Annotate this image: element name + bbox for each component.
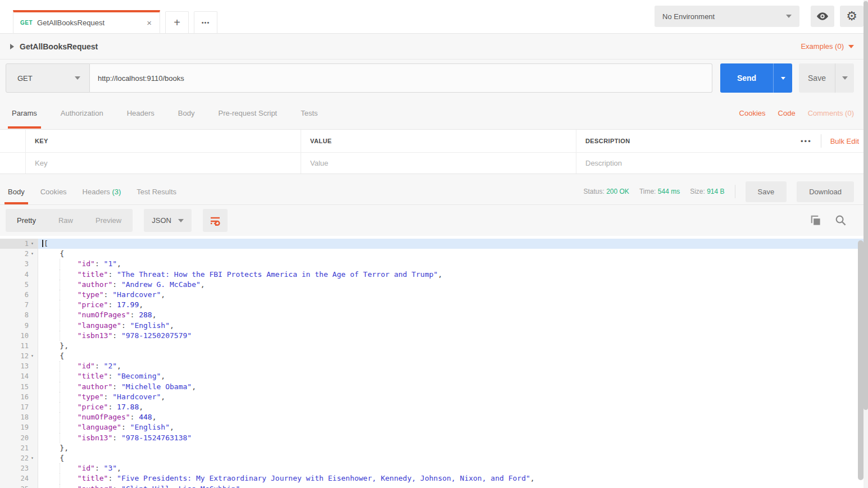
code-line: 23 "id": "3",: [0, 463, 868, 473]
code-text: "author": "Michelle Obama",: [38, 382, 868, 392]
tab-body[interactable]: Body: [166, 98, 207, 129]
gear-icon: ⚙: [846, 10, 857, 22]
tab-authorization[interactable]: Authorization: [49, 98, 115, 129]
code-text: {: [38, 249, 868, 259]
tab-title: GetAllBooksRequest: [37, 19, 146, 27]
description-column-header: DESCRIPTION ••• Bulk Edit: [576, 130, 868, 152]
search-icon: [835, 215, 847, 226]
param-description-input[interactable]: [585, 159, 859, 167]
params-options-icon[interactable]: •••: [801, 137, 812, 145]
save-request-button[interactable]: Save: [799, 63, 835, 93]
comments-link[interactable]: Comments (0): [808, 109, 854, 117]
text-cursor: [42, 240, 43, 247]
code-link[interactable]: Code: [778, 109, 796, 117]
view-mode-pretty[interactable]: Pretty: [6, 209, 47, 232]
environment-cluster: No Environment ⚙: [655, 6, 868, 33]
response-tab-body[interactable]: Body: [0, 179, 33, 204]
code-text: },: [38, 341, 868, 351]
format-label: JSON: [152, 216, 171, 225]
line-number: 7: [0, 300, 38, 310]
wrap-lines-button[interactable]: [203, 209, 228, 232]
fold-toggle[interactable]: 12▾: [0, 351, 38, 361]
params-input-row: [0, 152, 868, 174]
tab-headers[interactable]: Headers: [115, 98, 166, 129]
tab-params[interactable]: Params: [0, 98, 49, 129]
copy-response-button[interactable]: [810, 215, 821, 226]
code-text: "price": 17.88,: [38, 402, 868, 412]
code-line: 6 "type": "Hardcover",: [0, 290, 868, 300]
tab-method-badge: GET: [20, 20, 33, 26]
fold-toggle[interactable]: 2▾: [0, 249, 38, 259]
response-format-selector[interactable]: JSON: [144, 209, 192, 232]
line-number: 21: [0, 443, 38, 453]
method-selector[interactable]: GET: [6, 63, 90, 93]
environment-quick-look-button[interactable]: [811, 6, 834, 27]
params-header-row: KEY VALUE DESCRIPTION ••• Bulk Edit: [0, 130, 868, 152]
page-scrollbar[interactable]: [864, 0, 868, 488]
tab-tests[interactable]: Tests: [289, 98, 329, 129]
response-tab-headers[interactable]: Headers (3): [75, 179, 129, 204]
fold-toggle[interactable]: 1▾: [0, 239, 38, 249]
view-mode-raw[interactable]: Raw: [47, 209, 84, 232]
new-tab-button[interactable]: +: [165, 11, 189, 33]
headers-tab-label: Headers: [83, 188, 110, 196]
code-line: 12▾ {: [0, 351, 868, 361]
download-response-button[interactable]: Download: [797, 181, 854, 202]
copy-icon: [810, 215, 821, 226]
code-line: 19 "language": "English",: [0, 422, 868, 432]
value-column-header: VALUE: [301, 130, 576, 152]
settings-button[interactable]: ⚙: [840, 6, 864, 27]
code-text: "numOfPages": 448,: [38, 412, 868, 422]
save-response-button[interactable]: Save: [746, 181, 787, 202]
code-text: {: [38, 351, 868, 361]
response-body-editor[interactable]: 1▾[2▾ {3 "id": "1",4 "title": "The Threa…: [0, 236, 868, 488]
request-tab[interactable]: GET GetAllBooksRequest ×: [13, 10, 160, 33]
send-options-button[interactable]: [773, 63, 792, 93]
examples-dropdown[interactable]: Examples (0): [801, 42, 854, 51]
code-text: "title": "The Threat: How the FBI Protec…: [38, 270, 868, 280]
fold-toggle[interactable]: 22▾: [0, 453, 38, 463]
page-scrollbar-thumb[interactable]: [864, 1, 868, 410]
code-line: 20 "isbn13": "978-1524763138": [0, 433, 868, 443]
line-number: 6: [0, 290, 38, 300]
search-response-button[interactable]: [835, 215, 847, 226]
code-line: 11 },: [0, 341, 868, 351]
code-text: "type": "Hardcover",: [38, 392, 868, 402]
code-line: 4 "title": "The Threat: How the FBI Prot…: [0, 270, 868, 280]
param-key-input[interactable]: [35, 159, 292, 167]
request-title-row: GetAllBooksRequest Examples (0): [0, 34, 868, 60]
close-tab-icon[interactable]: ×: [146, 18, 153, 28]
param-value-input[interactable]: [310, 159, 567, 167]
time-value: 544 ms: [658, 188, 680, 195]
code-line: 16 "type": "Hardcover",: [0, 392, 868, 402]
params-table: KEY VALUE DESCRIPTION ••• Bulk Edit: [0, 129, 868, 174]
code-text: {: [38, 453, 868, 463]
response-tab-test-results[interactable]: Test Results: [129, 179, 184, 204]
line-number: 25: [0, 484, 38, 488]
code-lines: 1▾[2▾ {3 "id": "1",4 "title": "The Threa…: [0, 239, 868, 488]
code-text: "isbn13": "978-1524763138": [38, 433, 868, 443]
send-button[interactable]: Send: [720, 63, 773, 93]
save-options-button[interactable]: [835, 63, 854, 93]
line-number: 20: [0, 433, 38, 443]
chevron-down-icon: [842, 76, 848, 80]
editor-scrollbar[interactable]: [858, 240, 864, 480]
chevron-down-icon: [178, 219, 184, 222]
request-tabs: Params Authorization Headers Body Pre-re…: [0, 97, 868, 129]
params-header-actions: ••• Bulk Edit: [801, 134, 859, 148]
bulk-edit-link[interactable]: Bulk Edit: [830, 137, 859, 145]
tab-options-icon[interactable]: •••: [194, 11, 217, 33]
environment-selector[interactable]: No Environment: [655, 6, 799, 27]
response-tab-cookies[interactable]: Cookies: [33, 179, 75, 204]
code-line: 21 },: [0, 443, 868, 453]
url-input[interactable]: [90, 63, 712, 93]
line-number: 14: [0, 371, 38, 381]
cookies-link[interactable]: Cookies: [739, 109, 766, 117]
line-number: 3: [0, 259, 38, 269]
line-number: 24: [0, 473, 38, 484]
request-name: GetAllBooksRequest: [20, 42, 801, 51]
tab-pre-request-script[interactable]: Pre-request Script: [206, 98, 289, 129]
collapse-caret-icon[interactable]: [10, 44, 14, 49]
view-mode-preview[interactable]: Preview: [84, 209, 133, 232]
code-line: 13 "id": "2",: [0, 361, 868, 371]
